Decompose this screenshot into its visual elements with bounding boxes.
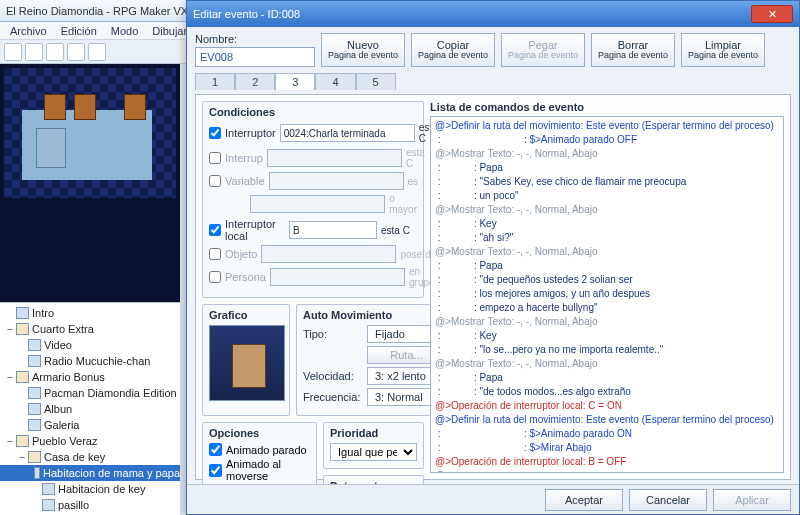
command-line[interactable]: @>Mostrar Texto: -, -, Normal, Abajo (435, 147, 779, 161)
event-sprite[interactable] (209, 325, 285, 401)
toolbar-button[interactable] (4, 43, 22, 61)
condition-label: Objeto (225, 248, 257, 260)
dialog-titlebar[interactable]: Editar evento - ID:008 ✕ (187, 1, 799, 27)
option-checkbox[interactable] (209, 464, 222, 477)
tree-item[interactable]: Video (0, 337, 180, 353)
speed-label: Velocidad: (303, 370, 363, 382)
condition-field (270, 268, 405, 286)
page-tab[interactable]: 2 (235, 73, 275, 90)
command-line[interactable]: : : "de todos modos...es algo extraño (435, 385, 779, 399)
command-line[interactable]: : : "Sabes Key, ese chico de flamair me … (435, 175, 779, 189)
command-line[interactable]: @>Mostrar Texto: -, -, Normal, Abajo (435, 245, 779, 259)
command-line[interactable]: @>Mostrar Texto: -, -, Normal, Abajo (435, 203, 779, 217)
tree-item[interactable]: Habitacion de key (0, 481, 180, 497)
tree-label: Habitacion de key (58, 483, 145, 495)
condition-checkbox[interactable] (209, 175, 221, 187)
folder-icon (16, 323, 29, 335)
menu-item[interactable]: Modo (105, 24, 145, 38)
page-action-button[interactable]: BorrarPagina de evento (591, 33, 675, 67)
page-tab[interactable]: 1 (195, 73, 235, 90)
command-line[interactable]: @> (435, 469, 779, 473)
graphic-group: Grafico (202, 304, 290, 416)
tree-item[interactable]: Intro (0, 305, 180, 321)
option-label: Animado al moverse (226, 458, 310, 482)
command-line[interactable]: @>Definir la ruta del movimiento: Este e… (435, 413, 779, 427)
command-line[interactable]: @>Definir la ruta del movimiento: Este e… (435, 119, 779, 133)
page-action-button[interactable]: LimpiarPagina de evento (681, 33, 765, 67)
command-line[interactable]: : : $>Animado parado ON (435, 427, 779, 441)
menu-item[interactable]: Archivo (4, 24, 53, 38)
ok-button[interactable]: Aceptar (545, 489, 623, 511)
command-list[interactable]: @>Definir la ruta del movimiento: Este e… (430, 116, 784, 473)
tree-item[interactable]: −Pueblo Veraz (0, 433, 180, 449)
tree-item[interactable]: Habitacion de mama y papa (0, 465, 180, 481)
condition-select[interactable]: B (289, 221, 377, 239)
command-line[interactable]: @>Operación de interruptor local: B = OF… (435, 455, 779, 469)
page-tab[interactable]: 3 (275, 73, 315, 90)
folder-icon (28, 451, 41, 463)
map-preview[interactable] (4, 68, 176, 198)
command-line[interactable]: : : Key (435, 329, 779, 343)
close-icon[interactable]: ✕ (751, 5, 793, 23)
condition-suffix: esta C (381, 225, 417, 236)
command-line[interactable]: : : Key (435, 217, 779, 231)
folder-icon (16, 371, 29, 383)
tree-item[interactable]: Albun (0, 401, 180, 417)
toolbar-button[interactable] (25, 43, 43, 61)
dialog-footer: Aceptar Cancelar Aplicar (187, 484, 799, 514)
tree-item[interactable]: Pacman Diamondia Edition (0, 385, 180, 401)
command-line[interactable]: : : "de pequeños ustedes 2 solian ser (435, 273, 779, 287)
condition-field (261, 245, 396, 263)
tree-label: pasillo (58, 499, 89, 511)
toolbar-button[interactable] (67, 43, 85, 61)
condition-checkbox[interactable] (209, 152, 221, 164)
tree-label: Albun (44, 403, 72, 415)
page-tab[interactable]: 5 (356, 73, 396, 90)
command-line[interactable]: : : "lo se...pero ya no me importa reale… (435, 343, 779, 357)
expand-icon[interactable]: − (4, 323, 16, 335)
apply-button[interactable]: Aplicar (713, 489, 791, 511)
tree-item[interactable]: −Cuarto Extra (0, 321, 180, 337)
command-line[interactable]: : : Papa (435, 259, 779, 273)
map-icon (34, 467, 40, 479)
expand-icon[interactable]: − (4, 371, 16, 383)
graphic-title: Grafico (209, 309, 283, 321)
cancel-button[interactable]: Cancelar (629, 489, 707, 511)
command-line[interactable]: : : $>Mirar Abajo (435, 441, 779, 455)
tree-label: Pacman Diamondia Edition (44, 387, 177, 399)
page-tab[interactable]: 4 (315, 73, 355, 90)
tree-label: Cuarto Extra (32, 323, 94, 335)
priority-select[interactable]: Igual que personaje (330, 443, 417, 461)
condition-checkbox[interactable] (209, 271, 221, 283)
command-line[interactable]: : : "ah si?" (435, 231, 779, 245)
type-label: Tipo: (303, 328, 363, 340)
expand-icon[interactable]: − (16, 451, 28, 463)
map-tree[interactable]: Intro−Cuarto ExtraVideoRadio Mucuchie-ch… (0, 302, 180, 515)
command-line[interactable]: @>Mostrar Texto: -, -, Normal, Abajo (435, 315, 779, 329)
condition-field[interactable] (280, 124, 415, 142)
command-line[interactable]: : : los mejores amigos, y un año despues (435, 287, 779, 301)
expand-icon[interactable]: − (4, 435, 16, 447)
command-line[interactable]: : : Papa (435, 371, 779, 385)
command-line[interactable]: : : Papa (435, 161, 779, 175)
condition-checkbox[interactable] (209, 248, 221, 260)
tree-item[interactable]: −Casa de key (0, 449, 180, 465)
option-checkbox[interactable] (209, 443, 222, 456)
command-line[interactable]: @>Operación de interruptor local: C = ON (435, 399, 779, 413)
tree-item[interactable]: Radio Mucuchie-chan (0, 353, 180, 369)
command-line[interactable]: : : empezo a hacerte bullyng" (435, 301, 779, 315)
condition-checkbox[interactable] (209, 224, 221, 236)
page-action-button[interactable]: NuevoPagina de evento (321, 33, 405, 67)
condition-checkbox[interactable] (209, 127, 221, 139)
command-line[interactable]: @>Mostrar Texto: -, -, Normal, Abajo (435, 357, 779, 371)
command-line[interactable]: : : $>Animado parado OFF (435, 133, 779, 147)
command-line[interactable]: : : un poco" (435, 189, 779, 203)
tree-item[interactable]: −Armario Bonus (0, 369, 180, 385)
event-name-input[interactable] (195, 47, 315, 67)
toolbar-button[interactable] (46, 43, 64, 61)
menu-item[interactable]: Edición (55, 24, 103, 38)
toolbar-button[interactable] (88, 43, 106, 61)
tree-item[interactable]: pasillo (0, 497, 180, 513)
tree-item[interactable]: Galeria (0, 417, 180, 433)
page-action-button[interactable]: CopiarPagina de evento (411, 33, 495, 67)
